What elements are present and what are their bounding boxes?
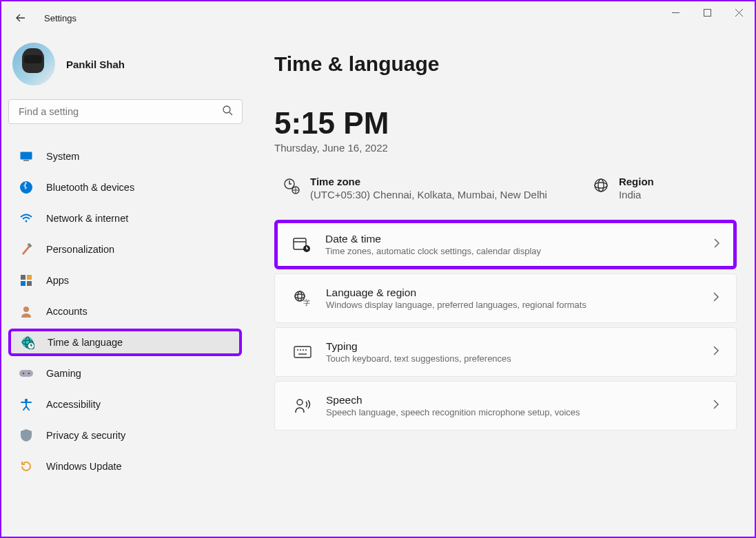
search-wrap: [8, 99, 243, 124]
nav-label: Bluetooth & devices: [46, 182, 134, 193]
nav-bluetooth[interactable]: Bluetooth & devices: [10, 174, 241, 201]
svg-rect-7: [23, 160, 29, 161]
svg-point-34: [298, 291, 302, 301]
date: Thursday, June 16, 2022: [274, 142, 737, 154]
svg-rect-1: [704, 9, 711, 16]
minimize-button[interactable]: [660, 1, 691, 23]
svg-point-15: [23, 307, 29, 312]
card-subtitle: Windows display language, preferred lang…: [326, 300, 713, 310]
update-icon: [19, 459, 33, 473]
nav-network[interactable]: Network & internet: [10, 205, 241, 232]
card-date-time[interactable]: Date & time Time zones, automatic clock …: [274, 220, 737, 269]
window-title: Settings: [44, 13, 76, 23]
svg-rect-11: [21, 275, 25, 280]
window-controls: [660, 1, 755, 23]
card-title: Date & time: [325, 233, 713, 245]
system-icon: [19, 149, 33, 163]
sidebar: Pankil Shah System Bluetooth & devices N…: [1, 34, 249, 538]
search-input[interactable]: [8, 99, 243, 124]
brush-icon: [19, 242, 33, 256]
svg-point-9: [25, 220, 28, 223]
shield-icon: [19, 428, 33, 442]
card-language-region[interactable]: 字 Language & region Windows display lang…: [274, 273, 737, 323]
region-value: India: [619, 189, 654, 200]
card-subtitle: Time zones, automatic clock settings, ca…: [325, 246, 713, 256]
nav: System Bluetooth & devices Network & int…: [8, 139, 243, 538]
chevron-right-icon: [713, 400, 719, 412]
user-name: Pankil Shah: [66, 59, 125, 70]
svg-rect-12: [27, 275, 32, 280]
nav-label: Windows Update: [46, 461, 122, 472]
card-speech[interactable]: Speech Speech language, speech recogniti…: [274, 381, 737, 431]
info-row: Time zone (UTC+05:30) Chennai, Kolkata, …: [274, 170, 737, 220]
nav-personalization[interactable]: Personalization: [10, 236, 241, 263]
nav-gaming[interactable]: Gaming: [10, 360, 241, 387]
title-bar: Settings: [1, 1, 755, 34]
globe-icon: [593, 177, 609, 196]
bluetooth-icon: [19, 180, 33, 194]
svg-point-23: [25, 399, 28, 402]
card-title: Language & region: [326, 287, 713, 299]
nav-label: Apps: [46, 275, 69, 286]
user-block[interactable]: Pankil Shah: [8, 34, 243, 99]
back-button[interactable]: [14, 11, 28, 25]
region-label: Region: [619, 176, 654, 187]
content: Time & language 5:15 PM Thursday, June 1…: [249, 34, 755, 538]
svg-point-33: [295, 294, 305, 298]
person-icon: [19, 304, 33, 318]
card-title: Typing: [326, 340, 713, 353]
calendar-clock-icon: [291, 236, 313, 253]
svg-rect-14: [27, 281, 32, 286]
svg-point-4: [223, 106, 230, 113]
svg-point-28: [598, 179, 604, 192]
svg-point-21: [23, 373, 25, 375]
gamepad-icon: [19, 366, 33, 380]
timezone-icon: [283, 177, 300, 198]
clock: 5:15 PM: [274, 106, 737, 141]
wifi-icon: [19, 211, 33, 225]
chevron-right-icon: [713, 346, 719, 358]
nav-privacy[interactable]: Privacy & security: [10, 422, 241, 449]
nav-label: Network & internet: [46, 213, 128, 224]
chevron-right-icon: [713, 292, 719, 304]
card-typing[interactable]: Typing Touch keyboard, text suggestions,…: [274, 327, 737, 377]
nav-accessibility[interactable]: Accessibility: [10, 391, 241, 418]
nav-label: Gaming: [46, 368, 81, 379]
nav-label: Accessibility: [46, 399, 101, 410]
language-icon: 字: [292, 290, 314, 307]
search-icon: [222, 105, 233, 118]
card-subtitle: Touch keyboard, text suggestions, prefer…: [326, 353, 713, 364]
apps-icon: [19, 273, 33, 287]
nav-label: System: [46, 151, 79, 162]
svg-point-27: [595, 183, 607, 188]
globe-clock-icon: [21, 335, 34, 349]
nav-windows-update[interactable]: Windows Update: [10, 453, 241, 480]
nav-label: Time & language: [48, 337, 123, 348]
svg-rect-13: [21, 281, 25, 286]
svg-line-5: [229, 112, 232, 115]
svg-text:字: 字: [303, 299, 310, 307]
nav-label: Accounts: [46, 306, 88, 317]
timezone-value: (UTC+05:30) Chennai, Kolkata, Mumbai, Ne…: [310, 189, 547, 200]
svg-rect-36: [294, 346, 311, 358]
nav-accounts[interactable]: Accounts: [10, 298, 241, 325]
maximize-button[interactable]: [691, 1, 723, 23]
nav-time-language[interactable]: Time & language: [8, 329, 242, 356]
svg-rect-6: [21, 152, 32, 160]
card-title: Speech: [326, 394, 713, 406]
nav-label: Personalization: [46, 244, 114, 255]
avatar: [12, 43, 55, 85]
keyboard-icon: [292, 346, 314, 358]
nav-label: Privacy & security: [46, 430, 125, 441]
voice-icon: [292, 397, 314, 414]
timezone-label: Time zone: [310, 176, 547, 187]
nav-apps[interactable]: Apps: [10, 267, 241, 294]
chevron-right-icon: [713, 238, 720, 251]
region-block[interactable]: Region India: [593, 176, 654, 200]
svg-point-22: [28, 373, 30, 375]
svg-rect-20: [19, 370, 33, 377]
timezone-block[interactable]: Time zone (UTC+05:30) Chennai, Kolkata, …: [283, 176, 547, 200]
svg-point-42: [297, 400, 303, 405]
nav-system[interactable]: System: [10, 143, 241, 170]
close-button[interactable]: [723, 1, 755, 23]
